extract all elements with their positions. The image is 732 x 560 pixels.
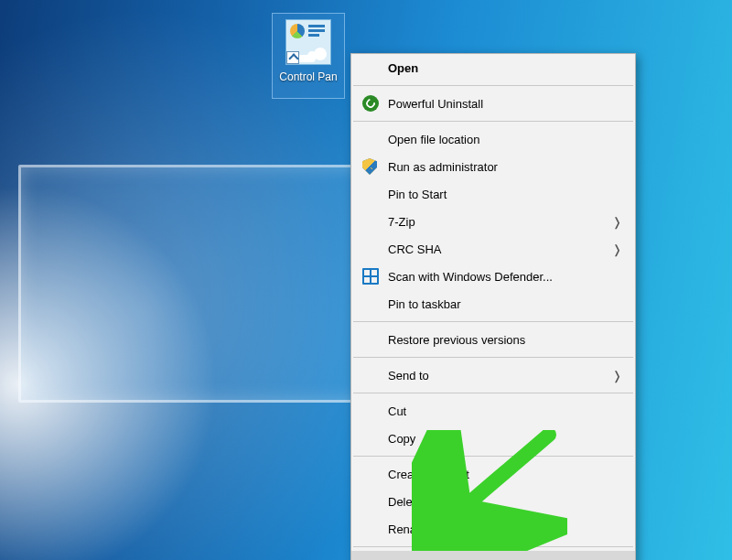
menu-item-delete[interactable]: Delete xyxy=(351,488,635,515)
defender-icon xyxy=(362,268,379,285)
shortcut-arrow-icon xyxy=(286,51,299,64)
background-window-frame xyxy=(18,165,371,403)
chevron-right-icon: ❭ xyxy=(612,215,622,229)
control-panel-icon xyxy=(285,19,331,65)
menu-item-open-file-location[interactable]: Open file location xyxy=(351,125,635,153)
desktop[interactable]: Control Pan Open Powerful Uninstall Open… xyxy=(0,0,732,560)
chevron-right-icon: ❭ xyxy=(612,242,622,256)
uninstall-icon xyxy=(362,95,379,112)
menu-item-open[interactable]: Open xyxy=(351,54,635,81)
menu-separator xyxy=(353,85,633,86)
menu-separator xyxy=(353,456,633,457)
menu-item-label: Pin to Start xyxy=(388,188,447,201)
menu-item-powerful-uninstall[interactable]: Powerful Uninstall xyxy=(351,90,635,117)
menu-item-label: Scan with Windows Defender... xyxy=(388,270,553,284)
menu-item-label: Run as administrator xyxy=(388,160,498,174)
context-menu: Open Powerful Uninstall Open file locati… xyxy=(350,53,636,560)
menu-item-rename[interactable]: Rename xyxy=(351,515,635,543)
menu-separator xyxy=(353,321,633,322)
menu-separator xyxy=(353,121,633,122)
chevron-right-icon: ❭ xyxy=(612,369,622,382)
menu-item-run-as-administrator[interactable]: Run as administrator xyxy=(351,153,635,180)
menu-item-create-shortcut[interactable]: Create shortcut xyxy=(351,460,635,488)
menu-item-label: 7-Zip xyxy=(388,215,415,229)
menu-separator xyxy=(353,546,633,547)
menu-separator xyxy=(353,393,633,393)
shield-icon xyxy=(362,158,379,175)
menu-item-label: Powerful Uninstall xyxy=(388,97,483,111)
menu-item-7zip[interactable]: 7-Zip ❭ xyxy=(351,208,635,235)
menu-item-pin-to-start[interactable]: Pin to Start xyxy=(351,180,635,208)
menu-item-restore-previous-versions[interactable]: Restore previous versions xyxy=(351,326,635,353)
menu-item-label: Restore previous versions xyxy=(388,333,525,347)
shortcut-label: Control Pan xyxy=(279,70,337,83)
desktop-shortcut-control-panel[interactable]: Control Pan xyxy=(272,13,345,99)
menu-item-pin-to-taskbar[interactable]: Pin to taskbar xyxy=(351,290,635,318)
menu-item-label: Copy xyxy=(388,432,415,446)
menu-item-label: Open xyxy=(388,61,418,75)
menu-item-label: Rename xyxy=(388,522,433,536)
menu-item-label: Pin to taskbar xyxy=(388,297,461,311)
menu-item-copy[interactable]: Copy xyxy=(351,425,635,452)
menu-item-label: Send to xyxy=(388,369,429,382)
menu-item-send-to[interactable]: Send to ❭ xyxy=(351,361,635,389)
menu-item-label: Delete xyxy=(388,495,423,509)
menu-item-properties[interactable]: Properties xyxy=(351,551,635,560)
menu-item-cut[interactable]: Cut xyxy=(351,397,635,425)
menu-item-label: CRC SHA xyxy=(388,242,442,256)
menu-item-label: Open file location xyxy=(388,133,479,146)
menu-item-scan-defender[interactable]: Scan with Windows Defender... xyxy=(351,263,635,290)
menu-item-label: Cut xyxy=(388,404,406,418)
menu-item-crc-sha[interactable]: CRC SHA ❭ xyxy=(351,235,635,263)
menu-separator xyxy=(353,357,633,358)
menu-item-label: Create shortcut xyxy=(388,468,469,481)
